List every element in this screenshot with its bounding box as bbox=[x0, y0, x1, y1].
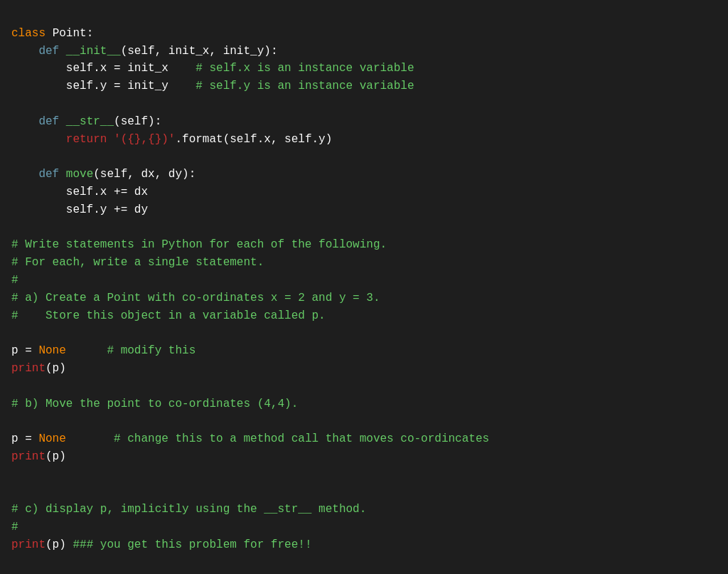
line-20: print(p) bbox=[11, 362, 66, 375]
line-3: self.x = init_x # self.x is an instance … bbox=[11, 62, 414, 75]
line-16: # a) Create a Point with co-ordinates x … bbox=[11, 292, 380, 304]
line-15: # bbox=[11, 274, 18, 287]
code-editor: class Point: def __init__(self, init_x, … bbox=[11, 7, 717, 554]
line-2: def __init__(self, init_x, init_y): bbox=[11, 45, 277, 58]
line-29: # bbox=[11, 521, 18, 533]
line-13: # Write statements in Python for each of… bbox=[11, 238, 387, 251]
line-30: print(p) ### you get this problem for fr… bbox=[11, 538, 311, 551]
line-28: # c) display p, implicitly using the __s… bbox=[11, 503, 366, 516]
line-1: class Point: bbox=[11, 27, 93, 40]
line-22: # b) Move the point to co-ordinates (4,4… bbox=[11, 398, 298, 410]
line-4: self.y = init_y # self.y is an instance … bbox=[11, 80, 414, 92]
line-9: def move(self, dx, dy): bbox=[11, 168, 196, 181]
line-17: # Store this object in a variable called… bbox=[11, 309, 326, 322]
line-24: p = None # change this to a method call … bbox=[11, 432, 489, 445]
line-14: # For each, write a single statement. bbox=[11, 256, 264, 269]
line-10: self.x += dx bbox=[11, 186, 148, 198]
line-25: print(p) bbox=[11, 450, 66, 463]
line-7: return '({},{})'.format(self.x, self.y) bbox=[11, 133, 332, 146]
line-11: self.y += dy bbox=[11, 203, 148, 216]
line-19: p = None # modify this bbox=[11, 344, 196, 357]
line-6: def __str__(self): bbox=[11, 115, 161, 128]
